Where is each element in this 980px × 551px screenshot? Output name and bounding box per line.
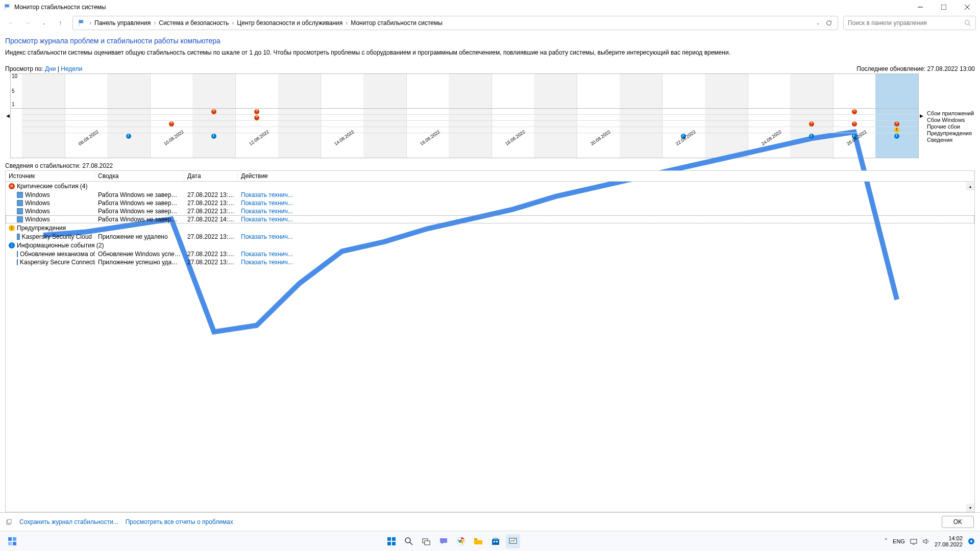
svg-rect-1 <box>941 5 946 10</box>
tray-lang[interactable]: ENG <box>893 538 905 544</box>
details-table: Источник Сводка Дата Действие ✕Критическ… <box>5 170 975 512</box>
recent-dropdown[interactable]: ⌄ <box>37 16 51 30</box>
tray-clock[interactable]: 14:0227.08.2022 <box>935 535 963 547</box>
err-marker-icon[interactable] <box>169 121 174 127</box>
search-icon[interactable] <box>965 20 971 27</box>
show-details-link[interactable]: Показать технич... <box>238 259 974 266</box>
refresh-icon[interactable] <box>825 19 832 27</box>
err-marker-icon[interactable] <box>254 115 259 120</box>
svg-point-31 <box>970 540 972 542</box>
tray-chevron-icon[interactable]: ˄ <box>885 538 888 544</box>
save-log-link[interactable]: Сохранить журнал стабильности... <box>19 518 118 525</box>
last-update-label: Последнее обновление: <box>856 65 925 72</box>
chart-box[interactable]: 10 5 1 08.08.202210.08.202212.08.202214.… <box>10 73 919 158</box>
chat-icon[interactable] <box>436 534 451 548</box>
table-row[interactable]: Обновление механизма обнару…Обновление W… <box>6 250 974 258</box>
taskbar-search-icon[interactable] <box>402 534 416 548</box>
addr-dropdown-icon[interactable]: ⌄ <box>816 20 820 26</box>
show-details-link[interactable]: Показать технич... <box>238 251 974 258</box>
taskview-icon[interactable] <box>419 534 433 548</box>
start-icon[interactable] <box>384 534 399 548</box>
tray-volume-icon[interactable] <box>922 538 929 545</box>
chrome-icon[interactable] <box>454 534 468 548</box>
app-icon <box>17 200 23 206</box>
col-date[interactable]: Дата <box>184 171 238 181</box>
view-weeks-link[interactable]: Недели <box>61 65 82 72</box>
tray-notifications-icon[interactable] <box>968 538 975 545</box>
close-button[interactable] <box>955 0 979 14</box>
breadcrumb-item[interactable]: Система и безопасность <box>157 19 231 27</box>
reliability-monitor-taskbar-icon[interactable] <box>506 534 520 548</box>
err-marker-icon[interactable] <box>852 109 857 114</box>
warn-marker-icon[interactable] <box>894 128 899 133</box>
err-marker-icon[interactable] <box>809 121 814 127</box>
show-details-link[interactable]: Показать технич... <box>238 233 974 240</box>
warn-icon: ! <box>9 225 15 231</box>
err-marker-icon[interactable] <box>254 109 259 114</box>
info-marker-icon[interactable] <box>126 134 131 139</box>
up-button[interactable]: ↑ <box>53 16 67 30</box>
table-row[interactable]: Kaspersky Secure ConnectionПриложение ус… <box>6 258 974 266</box>
svg-rect-11 <box>13 542 16 545</box>
forward-button[interactable]: → <box>20 16 35 30</box>
svg-rect-12 <box>387 537 391 541</box>
show-details-link[interactable]: Показать технич... <box>238 199 974 207</box>
store-icon[interactable] <box>488 534 503 548</box>
maximize-button[interactable] <box>932 0 955 14</box>
tray-network-icon[interactable] <box>910 538 917 545</box>
table-row[interactable]: WindowsРабота Windows не завершена долж…… <box>6 215 974 223</box>
view-days-link[interactable]: Дни <box>45 65 56 72</box>
scroll-up-icon[interactable]: ▴ <box>966 182 974 190</box>
event-row-other_failures <box>22 121 918 127</box>
addr-flag-icon <box>78 19 85 27</box>
col-summary[interactable]: Сводка <box>95 171 184 181</box>
chart-scroll-right[interactable]: ▶ <box>919 73 924 158</box>
view-all-reports-link[interactable]: Просмотреть все отчеты о проблемах <box>126 518 233 525</box>
search-box[interactable] <box>843 16 976 30</box>
err-marker-icon[interactable] <box>894 121 899 127</box>
svg-rect-19 <box>425 541 430 545</box>
table-row[interactable]: WindowsРабота Windows не завершена долж…… <box>6 191 974 199</box>
breadcrumb-item[interactable]: Панель управления <box>92 19 153 27</box>
svg-rect-28 <box>911 539 917 543</box>
svg-rect-15 <box>392 542 396 545</box>
show-details-link[interactable]: Показать технич... <box>238 216 974 223</box>
chevron-right-icon[interactable]: › <box>88 19 92 27</box>
chart-scroll-left[interactable]: ◀ <box>5 73 10 158</box>
table-row[interactable]: WindowsРабота Windows не завершена долж…… <box>6 199 974 207</box>
last-update-value: 27.08.2022 13:00 <box>927 65 975 72</box>
svg-rect-25 <box>496 541 498 542</box>
info-marker-icon[interactable] <box>809 134 814 139</box>
group-header[interactable]: ✕Критические события (4) <box>6 182 974 191</box>
back-button[interactable]: ← <box>4 16 18 30</box>
minimize-button[interactable] <box>909 0 932 14</box>
explorer-icon[interactable] <box>471 534 485 548</box>
app-flag-icon <box>4 4 11 11</box>
col-action[interactable]: Действие <box>238 171 974 181</box>
info-marker-icon[interactable] <box>211 134 216 139</box>
scroll-down-icon[interactable]: ▾ <box>966 504 974 512</box>
svg-rect-9 <box>13 537 16 541</box>
err-marker-icon[interactable] <box>852 121 857 127</box>
view-by-label: Просмотр по: <box>5 65 43 72</box>
widgets-icon[interactable] <box>5 534 19 548</box>
col-source[interactable]: Источник <box>6 171 95 181</box>
app-icon <box>17 216 23 222</box>
group-header[interactable]: !Предупреждения <box>6 223 974 233</box>
breadcrumb-item[interactable]: Монитор стабильности системы <box>349 19 445 27</box>
breadcrumb-item[interactable]: Центр безопасности и обслуживания <box>235 19 345 27</box>
table-row[interactable]: Kaspersky Security CloudПриложение не уд… <box>6 233 974 241</box>
ok-button[interactable]: OK <box>942 516 974 528</box>
err-marker-icon[interactable] <box>211 109 216 114</box>
search-input[interactable] <box>848 19 965 27</box>
table-row[interactable]: WindowsРабота Windows не завершена долж…… <box>6 207 974 215</box>
info-marker-icon[interactable] <box>894 134 899 139</box>
show-details-link[interactable]: Показать технич... <box>238 191 974 198</box>
app-icon <box>17 234 20 240</box>
show-details-link[interactable]: Показать технич... <box>238 208 974 215</box>
system-tray: ˄ ENG 14:0227.08.2022 <box>885 535 975 547</box>
group-header[interactable]: iИнформационные события (2) <box>6 241 974 250</box>
address-bar[interactable]: › Панель управления›Система и безопаснос… <box>72 16 838 30</box>
chart-wrap: ◀ 10 5 1 08.08.202210.08.202212.08.20221… <box>5 73 975 158</box>
copy-icon <box>6 519 12 525</box>
